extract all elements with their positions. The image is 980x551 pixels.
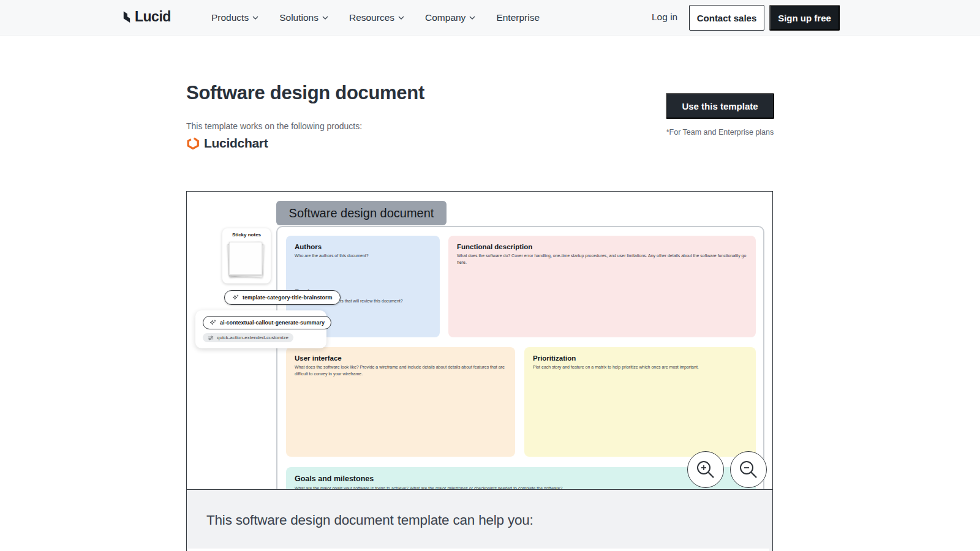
generate-summary-pill: ai-contextual-callout-generate-summary	[203, 316, 331, 329]
lucidchart-logo[interactable]: Lucidchart	[186, 136, 268, 151]
quick-action-label: quick-action-extended-customize	[217, 335, 288, 340]
sticky-notes-label: Sticky notes	[222, 232, 271, 238]
nav-item-label: Company	[425, 12, 466, 23]
nav-item-label: Products	[211, 12, 249, 23]
template-preview: Software design document Authors Who are…	[186, 191, 773, 490]
quick-action-pill: quick-action-extended-customize	[203, 333, 293, 342]
sticky-note	[229, 242, 262, 275]
contact-sales-button[interactable]: Contact sales	[689, 5, 764, 31]
nav-item-label: Enterprise	[496, 12, 540, 23]
prioritization-title: Prioritization	[533, 354, 747, 362]
goals-milestones-panel: Goals and milestones What are the major …	[286, 467, 756, 490]
zoom-in-button[interactable]	[687, 451, 724, 488]
nav-item-resources[interactable]: Resources	[349, 12, 404, 23]
lucid-logo-text: Lucid	[135, 9, 171, 25]
functional-description-panel: Functional description What does the sof…	[448, 236, 756, 337]
goals-title: Goals and milestones	[295, 474, 747, 483]
zoom-out-button[interactable]	[730, 451, 767, 488]
chevron-down-icon	[398, 16, 404, 20]
nav-links: Products Solutions Resources Company Ent…	[211, 0, 540, 36]
nav-item-enterprise[interactable]: Enterprise	[496, 12, 540, 23]
lucid-logo[interactable]: Lucid	[121, 9, 171, 25]
generate-summary-label: ai-contextual-callout-generate-summary	[220, 320, 325, 326]
sparkle-icon	[209, 320, 216, 326]
nav-item-company[interactable]: Company	[425, 12, 475, 23]
user-interface-title: User interface	[295, 354, 507, 362]
functional-title: Functional description	[457, 243, 747, 250]
chevron-down-icon	[322, 16, 328, 20]
use-template-button[interactable]: Use this template	[666, 93, 774, 119]
description-heading: This software design document template c…	[206, 512, 533, 528]
lucidchart-label: Lucidchart	[204, 136, 268, 151]
nav-item-label: Resources	[349, 12, 394, 23]
lucidchart-icon	[186, 137, 200, 150]
prioritization-desc: Plot each story and feature on a matrix …	[533, 364, 747, 370]
authors-desc: Who are the authors of this document?	[295, 252, 431, 259]
nav-item-label: Solutions	[279, 12, 318, 23]
ai-callout-card: ai-contextual-callout-generate-summary q…	[195, 310, 326, 348]
login-link[interactable]: Log in	[652, 12, 677, 23]
description-panel: This software design document template c…	[186, 490, 773, 551]
top-nav: Lucid Products Solutions Resources Compa…	[0, 0, 980, 36]
zoom-out-icon	[738, 459, 759, 480]
sliders-icon	[208, 335, 214, 341]
signup-free-button[interactable]: Sign up free	[769, 5, 840, 31]
lucid-logo-icon	[121, 10, 132, 24]
chevron-down-icon	[469, 16, 475, 20]
functional-desc: What does the software do? Cover error h…	[457, 252, 747, 266]
nav-item-solutions[interactable]: Solutions	[279, 12, 328, 23]
nav-item-products[interactable]: Products	[211, 12, 258, 23]
description-panel-bottom-strip	[188, 549, 769, 551]
goals-desc: What are the major goals your software i…	[295, 485, 747, 490]
plans-note: *For Team and Enterprise plans	[666, 128, 774, 137]
brainstorm-callout-pill: template-category-title-brainstorm	[224, 290, 341, 305]
prioritization-panel: Prioritization Plot each story and featu…	[524, 347, 756, 457]
chevron-down-icon	[252, 16, 258, 20]
brainstorm-callout-label: template-category-title-brainstorm	[243, 294, 333, 301]
page-title: Software design document	[186, 82, 424, 104]
sticky-notes-card: Sticky notes	[222, 228, 271, 283]
authors-title: Authors	[295, 243, 431, 250]
preview-board-title: Software design document	[276, 201, 447, 225]
user-interface-desc: What does the software look like? Provid…	[295, 364, 507, 377]
works-on-text: This template works on the following pro…	[186, 121, 362, 131]
zoom-in-icon	[695, 459, 716, 480]
user-interface-panel: User interface What does the software lo…	[286, 347, 515, 457]
sparkle-icon	[232, 294, 239, 301]
